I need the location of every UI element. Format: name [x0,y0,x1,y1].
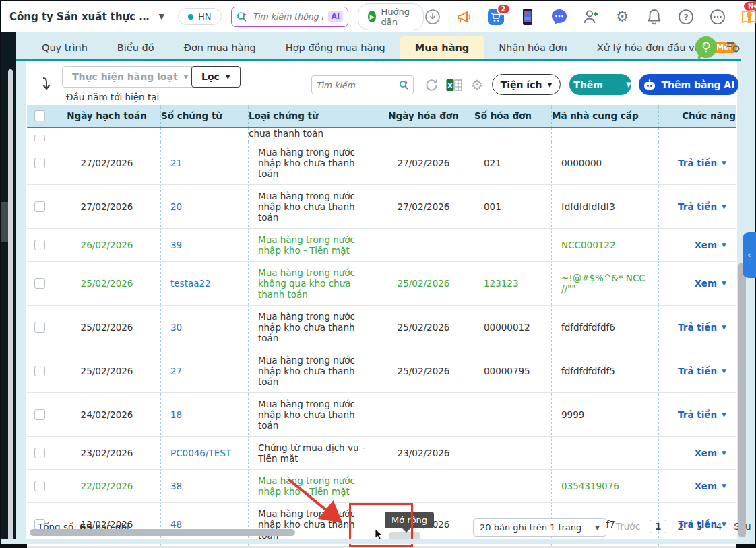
doc-no-cell: 18 [160,393,248,436]
branch-selector[interactable]: HN [178,8,222,25]
col-header-invoice-no[interactable]: Số hóa đơn [474,105,551,127]
assistant-lightbulb-icon[interactable] [695,36,717,58]
row-checkbox[interactable] [34,448,45,458]
row-checkbox[interactable] [34,135,45,141]
page-number-2[interactable]: 2 [674,520,686,533]
doc-no-link[interactable]: 20 [170,201,182,212]
page-size-select[interactable]: 20 bản ghi trên 1 trang ▼ [473,518,606,537]
prev-page-button[interactable]: Trước [616,521,640,532]
tab-2[interactable]: Biểu đồ [102,36,169,59]
row-action-dropdown[interactable]: Trả tiền▼ [678,409,726,420]
vertical-scrollbar-thumb[interactable] [738,263,746,537]
batch-action-dropdown[interactable]: Thực hiện hàng loạt ▼ [62,66,199,88]
refresh-icon[interactable] [423,77,439,93]
action-cell: Xem▼ [658,470,736,502]
help-icon[interactable]: ? [677,8,695,26]
table-row[interactable]: 25/02/202630Mua hàng trong nước nhập kho… [27,306,736,349]
tab-6[interactable]: Nhận hóa đơn [484,36,582,59]
col-header-posting-date[interactable]: Ngày hạch toán [53,105,160,127]
row-action-dropdown[interactable]: Xem▼ [695,481,726,491]
row-checkbox[interactable] [34,409,45,420]
download-icon[interactable] [424,8,441,26]
doc-no-link[interactable]: PC0046/TEST [170,448,231,458]
row-checkbox[interactable] [34,158,45,168]
filter-button[interactable]: Lọc ▼ [191,66,241,88]
caret-down-icon: ▼ [722,368,726,374]
row-action-dropdown[interactable]: Xem▼ [695,240,726,250]
whats-new-icon[interactable]: New [741,8,756,26]
col-header-invoice-date[interactable]: Ngày hóa đơn [373,105,474,127]
col-header-supplier-code[interactable]: Mã nhà cung cấp [551,105,658,127]
table-row[interactable]: 22/02/202638Mua hàng trong nước nhập kho… [27,470,736,503]
row-checkbox[interactable] [34,322,45,333]
guide-button[interactable]: ▶ Hướng dẫn [358,3,423,30]
col-header-doc-type[interactable]: Loại chứng từ [248,105,373,127]
notification-bell-icon[interactable] [645,8,663,26]
table-row[interactable]: 27/02/202620Mua hàng trong nước nhập kho… [27,185,736,229]
smart-search-input[interactable] [253,11,323,22]
doc-no-link[interactable]: 21 [170,158,182,168]
table-row[interactable]: 25/02/2026testaa22Mua hàng trong nước kh… [27,262,736,306]
table-row[interactable]: 26/02/202639Mua hàng trong nước nhập kho… [27,229,736,262]
table-row[interactable]: 23/02/2026PC0046/TESTChứng từ mua dịch v… [27,437,736,470]
tab-label: Biểu đồ [117,42,154,53]
cart-icon[interactable]: 2 [487,8,505,26]
table-settings-gear-icon[interactable]: ⚙ [469,77,485,93]
table-search-input[interactable] [316,80,399,90]
page-number-3[interactable]: 3 [694,520,705,533]
row-checkbox[interactable] [34,240,45,250]
posting-date-cell: 25/02/2026 [53,349,160,392]
row-action-dropdown[interactable]: Trả tiền▼ [678,366,726,376]
doc-no-link[interactable]: 27 [170,366,182,376]
table-search-box[interactable] [311,75,414,94]
select-all-checkbox[interactable] [34,110,45,121]
add-button[interactable]: Thêm ▼ [569,74,631,95]
doc-no-link[interactable]: testaa22 [170,278,211,289]
doc-no-link[interactable]: 38 [170,481,182,491]
sort-icon[interactable] [36,75,53,92]
export-excel-icon[interactable]: X [446,77,462,93]
row-checkbox[interactable] [34,201,45,212]
smart-search-box[interactable]: AI [231,7,349,27]
row-action-dropdown[interactable]: Xem▼ [695,278,726,289]
table-row[interactable]: 25/02/202627Mua hàng trong nước nhập kho… [27,349,736,393]
more-options-icon[interactable] [709,8,726,26]
col-header-doc-no[interactable]: Số chứng từ [160,105,248,127]
table-row[interactable]: 24/02/202618Mua hàng trong nước nhập kho… [27,393,736,437]
tab-5[interactable]: Mua hàng [400,36,484,59]
row-action-dropdown[interactable]: Trả tiền▼ [678,322,726,333]
row-checkbox[interactable] [34,481,45,491]
page-number-1[interactable]: 1 [650,520,666,533]
doc-no-link[interactable]: 18 [170,409,182,420]
row-checkbox[interactable] [34,278,45,289]
caret-down-icon[interactable]: ▼ [621,81,639,88]
sidebar-thumb[interactable] [1,202,8,242]
collapse-side-panel-tab[interactable]: ‹ [743,232,756,278]
row-action-dropdown[interactable]: Trả tiền▼ [678,158,726,168]
megaphone-icon[interactable] [455,8,473,26]
doc-type-cell: Mua hàng trong nước nhập kho chưa thanh … [248,185,373,228]
utilities-button[interactable]: Tiện ích ▼ [492,74,561,95]
doc-no-link[interactable]: 39 [170,240,182,250]
mobile-app-icon[interactable] [519,8,536,26]
row-action-dropdown[interactable]: Trả tiền▼ [678,201,726,212]
add-with-ai-button[interactable]: Thêm bằng AI [639,74,738,95]
row-checkbox[interactable] [34,366,45,376]
table-row-partial[interactable]: chưa thanh toán [27,128,736,141]
list-settings-icon[interactable] [725,40,741,55]
tab-3[interactable]: Đơn mua hàng [169,36,271,59]
doc-no-link[interactable]: 30 [170,322,182,333]
row-action-dropdown[interactable]: Xem▼ [695,448,726,458]
add-user-icon[interactable] [582,8,600,26]
horizontal-scrollbar-thumb[interactable] [30,529,295,536]
page-number-4[interactable]: 4 [714,520,725,533]
sidebar-scrollbar[interactable] [8,69,13,541]
tab-8[interactable]: Khác▼ [752,36,756,59]
col-header-actions[interactable]: Chức năng [658,105,736,127]
company-selector[interactable]: Công ty Sản xuất thực phẩ... ▼ [9,11,164,23]
table-row[interactable]: 27/02/202621Mua hàng trong nước nhập kho… [27,141,736,185]
settings-gear-icon[interactable]: ⚙ [614,8,631,26]
chat-icon[interactable] [550,8,568,26]
tab-4[interactable]: Hợp đồng mua hàng [271,36,400,59]
tab-1[interactable]: Quy trình [27,36,102,59]
